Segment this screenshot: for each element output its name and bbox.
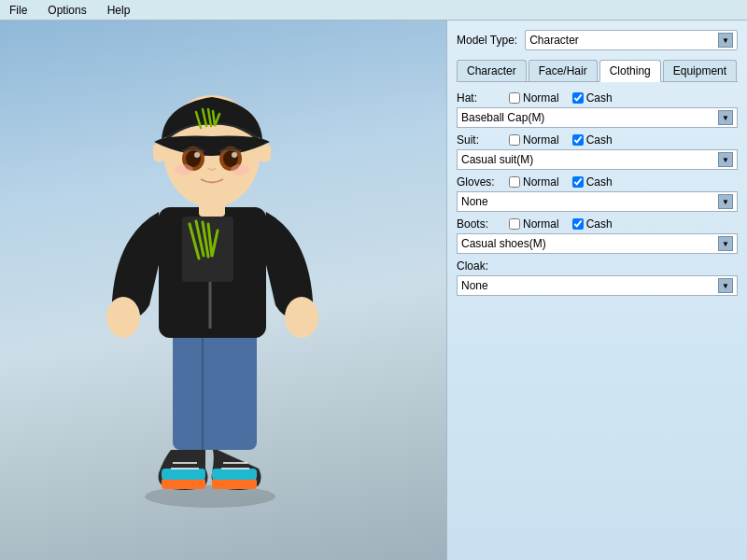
boots-normal-label: Normal [523, 217, 559, 231]
boots-dropdown-arrow-icon: ▼ [718, 236, 733, 251]
gloves-normal-group: Normal [509, 175, 559, 189]
suit-dropdown[interactable]: Casual suit(M) ▼ [457, 149, 738, 170]
character-view [47, 49, 374, 534]
hat-normal-label: Normal [523, 91, 559, 105]
hat-cash-checkbox[interactable] [572, 92, 584, 104]
svg-point-18 [232, 152, 237, 158]
cloak-item: Cloak: None ▼ [457, 259, 738, 296]
tab-equipment[interactable]: Equipment [663, 60, 737, 81]
suit-cash-checkbox[interactable] [572, 134, 584, 146]
model-type-value: Character [529, 34, 579, 47]
suit-normal-checkbox[interactable] [509, 134, 520, 146]
svg-point-17 [194, 152, 200, 158]
cloak-value: None [461, 279, 488, 292]
menubar: File Options Help [0, 0, 747, 21]
menu-file[interactable]: File [4, 2, 33, 19]
menu-options[interactable]: Options [42, 2, 92, 19]
gloves-header: Gloves: Normal Cash [457, 175, 738, 189]
tab-face-hair[interactable]: Face/Hair [529, 60, 598, 81]
gloves-cash-checkbox[interactable] [572, 176, 584, 188]
cloak-dropdown[interactable]: None ▼ [457, 275, 738, 296]
gloves-cash-group: Cash [572, 175, 613, 189]
svg-point-10 [285, 297, 318, 338]
suit-header: Suit: Normal Cash [457, 133, 738, 147]
svg-point-19 [175, 164, 193, 175]
gloves-normal-label: Normal [523, 175, 559, 189]
gloves-cash-label: Cash [586, 175, 613, 189]
suit-dropdown-arrow-icon: ▼ [718, 152, 733, 167]
gloves-item: Gloves: Normal Cash None ▼ [457, 175, 738, 212]
svg-rect-24 [212, 469, 257, 480]
hat-normal-checkbox[interactable] [509, 92, 520, 104]
hat-dropdown[interactable]: Baseball Cap(M) ▼ [457, 107, 738, 128]
tab-character[interactable]: Character [457, 60, 527, 81]
suit-normal-label: Normal [523, 133, 559, 147]
boots-cash-checkbox[interactable] [572, 218, 584, 230]
character-viewport [0, 21, 446, 560]
hat-cash-label: Cash [586, 91, 613, 105]
main-content: Model Type: Character ▼ Character Face/H… [0, 21, 747, 560]
suit-label: Suit: [457, 133, 503, 147]
model-type-arrow-icon: ▼ [718, 33, 733, 48]
gloves-label: Gloves: [457, 175, 503, 189]
gloves-dropdown[interactable]: None ▼ [457, 191, 738, 212]
hat-value: Baseball Cap(M) [461, 111, 544, 124]
hat-dropdown-arrow-icon: ▼ [718, 110, 733, 125]
boots-header: Boots: Normal Cash [457, 217, 738, 231]
svg-rect-2 [205, 329, 257, 450]
hat-label: Hat: [457, 91, 503, 105]
clothing-section: Hat: Normal Cash Baseball Cap(M) ▼ [457, 91, 738, 296]
boots-normal-checkbox[interactable] [509, 218, 520, 230]
suit-item: Suit: Normal Cash Casual suit(M) ▼ [457, 133, 738, 170]
hat-cash-group: Cash [572, 91, 613, 105]
suit-cash-group: Cash [572, 133, 613, 147]
boots-normal-group: Normal [509, 217, 559, 231]
cloak-label: Cloak: [457, 259, 503, 273]
gloves-dropdown-arrow-icon: ▼ [718, 194, 733, 209]
cloak-dropdown-arrow-icon: ▼ [718, 278, 733, 293]
boots-label: Boots: [457, 217, 503, 231]
model-type-dropdown[interactable]: Character ▼ [525, 30, 738, 50]
svg-point-9 [106, 297, 140, 338]
right-panel: Model Type: Character ▼ Character Face/H… [446, 21, 747, 560]
cloak-header: Cloak: [457, 259, 738, 273]
boots-dropdown[interactable]: Casual shoes(M) ▼ [457, 233, 738, 254]
boots-cash-label: Cash [586, 217, 613, 231]
model-type-row: Model Type: Character ▼ [457, 30, 738, 50]
tab-bar: Character Face/Hair Clothing Equipment [457, 60, 738, 82]
boots-value: Casual shoes(M) [461, 237, 546, 250]
hat-normal-group: Normal [509, 91, 559, 105]
svg-point-20 [231, 164, 249, 175]
menu-help[interactable]: Help [102, 2, 136, 19]
suit-value: Casual suit(M) [461, 153, 533, 166]
tab-clothing[interactable]: Clothing [599, 60, 661, 82]
boots-cash-group: Cash [572, 217, 613, 231]
suit-cash-label: Cash [586, 133, 613, 147]
svg-rect-22 [162, 469, 205, 480]
gloves-normal-checkbox[interactable] [509, 176, 520, 188]
boots-item: Boots: Normal Cash Casual shoes(M) ▼ [457, 217, 738, 254]
gloves-value: None [461, 195, 488, 208]
character-figure [61, 58, 359, 525]
model-type-label: Model Type: [457, 34, 517, 47]
suit-normal-group: Normal [509, 133, 559, 147]
hat-header: Hat: Normal Cash [457, 91, 738, 105]
hat-item: Hat: Normal Cash Baseball Cap(M) ▼ [457, 91, 738, 128]
